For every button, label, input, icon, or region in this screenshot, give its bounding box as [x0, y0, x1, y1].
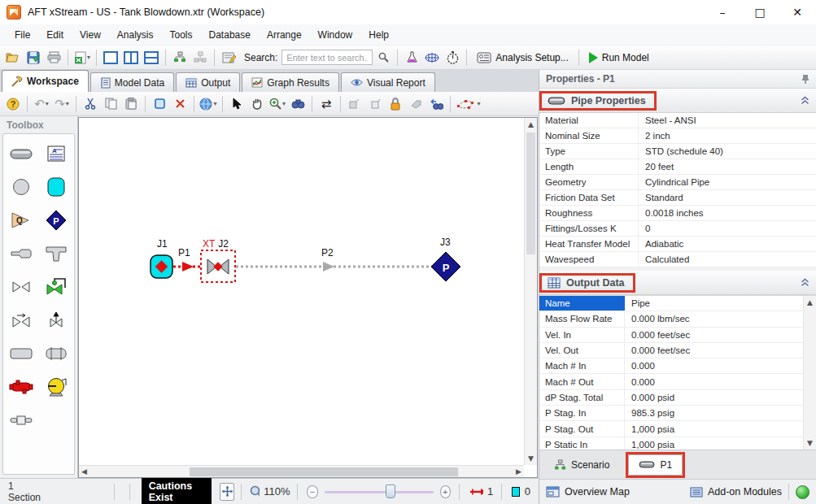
tool-valve[interactable]: [9, 276, 33, 298]
tool-area-change[interactable]: [9, 242, 33, 265]
bring-forward-button[interactable]: [365, 94, 385, 114]
output-row[interactable]: P Stag. Out1,000 psia: [539, 421, 803, 437]
tool-inline-volume[interactable]: [44, 342, 68, 365]
analysis-setup-button[interactable]: Analysis Setup...: [471, 48, 574, 67]
output-row[interactable]: NamePipe: [539, 296, 803, 311]
menu-file[interactable]: File: [7, 25, 38, 45]
run-model-button[interactable]: Run Model: [583, 48, 655, 67]
polyline-tool-button[interactable]: ▾: [455, 94, 482, 114]
output-row[interactable]: Mass Flow Rate0.000 lbm/sec: [539, 311, 803, 327]
menu-analysis[interactable]: Analysis: [109, 25, 162, 45]
sectioning-button[interactable]: [422, 48, 442, 67]
zoom-in-button[interactable]: +: [440, 485, 451, 498]
redo-button[interactable]: ↷▾: [52, 94, 72, 114]
scroll-up-icon[interactable]: ▲: [526, 118, 536, 131]
tool-assigned-pressure[interactable]: P: [44, 209, 68, 232]
select-tool-button[interactable]: [227, 94, 247, 114]
menu-window[interactable]: Window: [310, 25, 361, 45]
simulation-duration-button[interactable]: [443, 48, 462, 67]
pipe-p1[interactable]: [173, 262, 202, 272]
lock-button[interactable]: [386, 94, 405, 114]
maximize-button[interactable]: □: [741, 0, 779, 24]
tool-pipe[interactable]: [9, 142, 33, 165]
fit-to-window-button[interactable]: [220, 483, 234, 501]
delete-button[interactable]: [170, 94, 190, 114]
notes-button[interactable]: [219, 48, 238, 67]
junction-j3-assigned-pressure[interactable]: P: [431, 252, 460, 281]
zoom-out-button[interactable]: −: [307, 485, 317, 498]
zoom-slider-thumb[interactable]: [386, 484, 395, 498]
tool-check-valve[interactable]: [9, 309, 33, 332]
find-junction-button[interactable]: [426, 94, 446, 114]
send-backward-button[interactable]: [345, 94, 364, 114]
menu-database[interactable]: Database: [201, 25, 259, 45]
menu-arrange[interactable]: Arrange: [259, 25, 310, 45]
canvas-horizontal-scrollbar[interactable]: ◀ ▶: [79, 465, 524, 477]
output-row[interactable]: P Stag. In985.3 psig: [539, 406, 803, 421]
menu-help[interactable]: Help: [360, 25, 397, 45]
menu-edit[interactable]: Edit: [38, 25, 72, 45]
pipe-properties-header[interactable]: Pipe Properties: [539, 89, 816, 113]
output-row[interactable]: Vel. Out0.000 feet/sec: [539, 343, 803, 358]
junction-j1-tank[interactable]: [151, 255, 172, 278]
scroll-down-icon[interactable]: ▼: [526, 452, 536, 465]
scroll-left-icon[interactable]: ◀: [79, 465, 89, 478]
tool-orifice[interactable]: [9, 409, 33, 432]
menu-tools[interactable]: Tools: [162, 25, 201, 45]
search-input[interactable]: [281, 50, 373, 65]
align-button[interactable]: [406, 94, 425, 114]
find-button[interactable]: [288, 94, 308, 114]
layout-columns-button[interactable]: [121, 48, 141, 67]
horizontal-scroll-thumb[interactable]: [190, 467, 458, 476]
vertical-scroll-thumb[interactable]: [526, 133, 535, 254]
help-button[interactable]: ?: [3, 94, 23, 114]
fluid-properties-button[interactable]: [402, 48, 421, 67]
tab-p1[interactable]: P1: [628, 454, 683, 476]
output-row[interactable]: Vel. In0.000 feet/sec: [539, 328, 803, 343]
global-edit-button[interactable]: ▾: [199, 94, 218, 114]
junction-j2-valve[interactable]: [201, 250, 235, 282]
export-button[interactable]: ▾: [72, 48, 92, 67]
undo-button[interactable]: ↶▾: [32, 94, 51, 114]
tool-tee[interactable]: [44, 242, 68, 265]
paste-button[interactable]: [121, 94, 141, 114]
tool-assigned-flow[interactable]: Q: [9, 209, 33, 232]
scroll-up-icon[interactable]: ▲: [805, 296, 815, 309]
pan-tool-button[interactable]: [247, 94, 267, 114]
tool-tank[interactable]: [44, 176, 68, 198]
scroll-right-icon[interactable]: ▶: [513, 465, 524, 478]
minimize-button[interactable]: –: [704, 0, 741, 24]
cautions-badge[interactable]: Cautions Exist: [142, 477, 212, 504]
pipe-p2[interactable]: [236, 262, 435, 272]
scroll-down-icon[interactable]: ▼: [805, 437, 815, 450]
tool-annotation[interactable]: A: [44, 142, 68, 165]
tab-output[interactable]: Output: [176, 72, 240, 92]
copy-button[interactable]: [101, 94, 120, 114]
output-row[interactable]: Mach # Out0.000: [539, 374, 803, 389]
workspace-canvas[interactable]: J1 P1 XTJ2 P2 J3: [78, 117, 538, 478]
search-go-button[interactable]: [373, 48, 393, 67]
canvas-vertical-scrollbar[interactable]: ▲ ▼: [524, 118, 537, 465]
output-row[interactable]: P Static In1,000 psia: [539, 437, 803, 450]
zoom-slider[interactable]: [325, 484, 434, 500]
reverse-direction-button[interactable]: ⇄: [316, 94, 336, 114]
tool-heat-exchanger[interactable]: [9, 376, 33, 398]
tool-branch[interactable]: [9, 176, 33, 198]
overview-map-button[interactable]: Overview Map: [546, 486, 630, 497]
pin-icon[interactable]: [801, 74, 809, 85]
collapse-chevron-icon[interactable]: [801, 96, 809, 105]
layout-rows-button[interactable]: [142, 48, 161, 67]
tool-compressor-fan[interactable]: [44, 376, 68, 398]
cut-button[interactable]: [81, 94, 100, 114]
output-row[interactable]: dP Stag. Total0.000 psid: [539, 390, 803, 406]
output-table-scrollbar[interactable]: ▲ ▼: [803, 296, 816, 450]
tab-workspace[interactable]: Workspace: [2, 70, 89, 92]
duplicate-button[interactable]: [150, 94, 169, 114]
scenario-manager-button[interactable]: [170, 48, 190, 67]
output-row[interactable]: Mach # In0.000: [539, 358, 803, 374]
transfer-results-button[interactable]: [190, 48, 210, 67]
save-button[interactable]: [24, 48, 43, 67]
tab-model-data[interactable]: Model Data: [90, 72, 174, 92]
collapse-chevron-icon[interactable]: [801, 278, 809, 287]
print-button[interactable]: [44, 48, 63, 67]
